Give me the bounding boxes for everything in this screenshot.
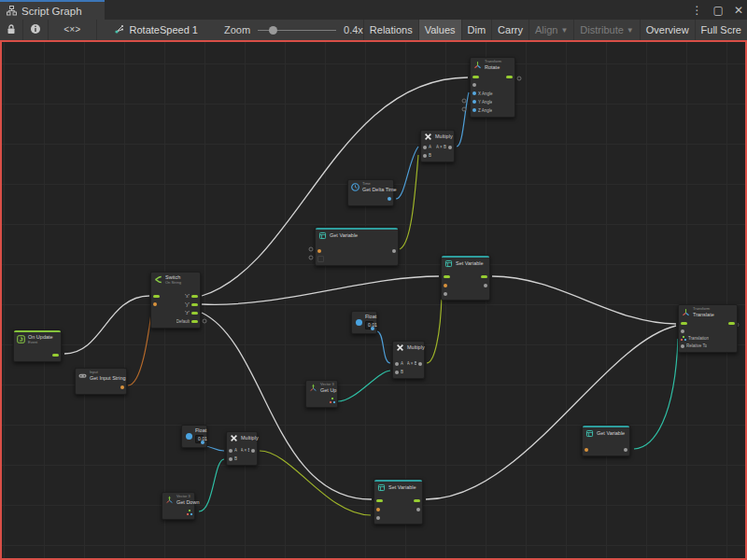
gray-value-port[interactable] [376,516,380,520]
gray-value-port[interactable] [472,83,476,87]
toolbar-button-full-scre[interactable]: Full Scre [695,20,747,40]
orange-value-port[interactable] [153,302,157,306]
info-button[interactable] [23,20,49,40]
vector3-port[interactable] [330,398,335,403]
flow-port[interactable] [191,303,198,306]
variable-icon [444,259,453,268]
node-on-update[interactable]: On UpdateEvent [13,329,62,362]
gray-value-port[interactable] [416,508,420,511]
gray-value-port[interactable] [229,449,233,453]
node-get-variable-b[interactable]: Get Variable [582,425,630,456]
menu-icon[interactable]: ⋮ [692,5,703,16]
gray-value-port[interactable] [251,449,255,453]
node-translate[interactable]: TransformTranslateTranslationRelative To [678,304,738,353]
toolbar-button-relations[interactable]: Relations [363,20,418,40]
gray-value-port[interactable] [484,284,487,287]
vector3-port[interactable] [187,510,192,515]
flow-port[interactable] [728,322,735,325]
node-title: Get Variable [330,232,358,239]
port-label: "x" [185,294,190,299]
gray-value-port[interactable] [418,362,422,366]
gray-value-port[interactable] [681,329,684,333]
toolbar-button-carry[interactable]: Carry [491,20,529,40]
orange-value-port[interactable] [376,508,380,511]
toolbar-button-dim[interactable]: Dim [461,20,492,40]
flow-port[interactable] [191,320,198,323]
code-view-button[interactable]: <×> [49,20,97,40]
gray-value-port[interactable] [395,362,399,366]
node-multiply-b[interactable]: MultiplyAA × BB [392,341,425,379]
gray-value-port[interactable] [444,292,447,296]
port-label: B [234,456,237,461]
flow-port[interactable] [153,295,160,298]
port-label: B [429,153,431,158]
node-title: Get Down [176,499,191,506]
node-multiply-c[interactable]: MultiplyAA × BB [226,431,258,466]
blue-value-port[interactable] [201,441,204,444]
orange-value-port[interactable] [444,284,447,287]
port-row: Y Angle [471,98,514,106]
gray-value-port[interactable] [423,154,427,158]
node-float-a[interactable]: Float0.01 [351,311,377,334]
close-icon[interactable]: ✕ [734,5,743,16]
toolbar-button-align[interactable]: Align▼ [529,20,573,40]
orange-value-port[interactable] [585,448,588,452]
zoom-slider-handle[interactable] [269,26,277,35]
node-get-input-string[interactable]: InputGet Input String [75,368,127,395]
node-float-b[interactable]: Float0.01 [181,425,207,448]
blue-value-port[interactable] [472,108,476,112]
flow-port[interactable] [481,275,487,278]
node-title: Translate [693,312,714,318]
node-set-variable-b[interactable]: Set Variable [374,479,423,525]
blue-value-port[interactable] [472,100,476,104]
flow-port[interactable] [52,354,59,357]
gray-value-port[interactable] [423,146,427,149]
gray-value-port[interactable] [229,457,233,461]
chevron-down-icon: ▼ [627,26,634,35]
node-get-delta-time[interactable]: TimeGet Delta Time [347,179,394,206]
tab-script-graph[interactable]: Script Graph [0,0,105,20]
flow-port[interactable] [444,275,450,278]
node-vector3-get-down[interactable]: Vector 3Get Down [162,492,195,520]
vector3-port[interactable] [681,336,686,342]
flow-port[interactable] [506,76,513,78]
node-multiply-a[interactable]: MultiplyAA × BB [420,130,455,162]
toolbar-button-values[interactable]: Values [418,20,461,40]
gray-value-port[interactable] [448,146,452,149]
flow-port[interactable] [191,312,198,315]
node-rotate[interactable]: TransformRotateX AngleY AngleZ Angle [470,57,515,118]
graph-toolbar: <×> RotateSpeed 1 Zoom 0.4x RelationsVal… [0,20,747,40]
flow-port[interactable] [191,295,198,298]
port-row [316,255,398,263]
gray-value-port[interactable] [681,344,684,348]
node-switch-on-string[interactable]: SwitchOn String"x""y""z"Default [150,272,201,329]
gray-value-port[interactable] [395,371,399,374]
orange-value-port[interactable] [120,385,124,389]
graph-name-chip[interactable]: RotateSpeed 1 [114,23,198,36]
vector3-icon [309,384,317,392]
orange-value-port[interactable] [317,249,321,253]
ghost-port[interactable] [317,256,324,262]
toolbar-button-overview[interactable]: Overview [640,20,695,40]
blue-value-port[interactable] [388,197,391,201]
maximize-icon[interactable]: ▢ [713,5,724,16]
node-title: Multiply [435,133,451,140]
gray-value-port[interactable] [624,448,627,452]
zoom-slider[interactable] [258,25,336,35]
port-row: Z Angle [471,106,514,115]
lock-button[interactable] [0,20,23,40]
flow-port[interactable] [376,499,383,502]
flow-port[interactable] [472,76,479,78]
toolbar-button-distribute[interactable]: Distribute▼ [573,20,639,40]
node-get-variable-a[interactable]: Get Variable [315,227,399,266]
node-set-variable-a[interactable]: Set Variable [441,255,490,301]
port-row: Relative To [679,343,737,350]
blue-value-port[interactable] [371,327,374,330]
gamepad-icon [78,371,87,380]
node-vector3-get-up[interactable]: Vector 3Get Up [305,380,338,408]
gray-value-port[interactable] [392,249,396,253]
blue-value-port[interactable] [472,91,476,95]
flow-port[interactable] [681,322,687,325]
flow-port[interactable] [414,499,420,502]
zoom-value: 0.4x [344,24,363,35]
